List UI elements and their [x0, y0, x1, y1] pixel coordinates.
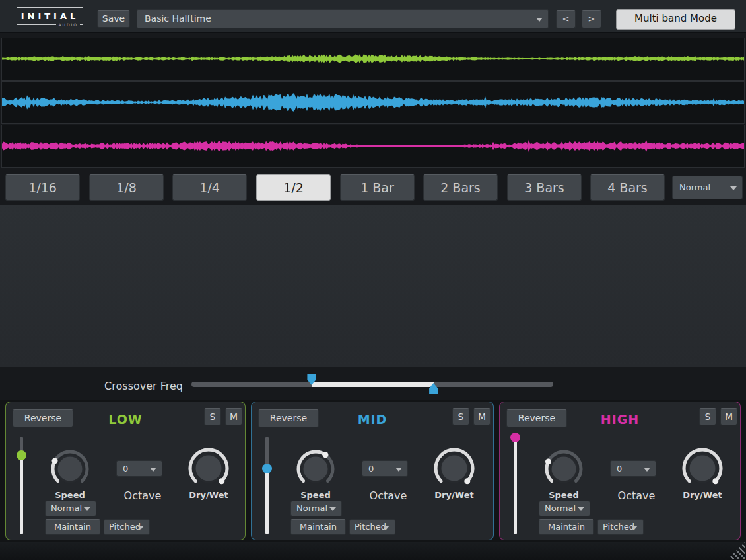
save-button[interactable]: Save	[97, 10, 130, 28]
rate-button-1-4[interactable]: 1/4	[172, 174, 247, 201]
chevron-down-icon	[383, 526, 390, 530]
band-mode-value: Normal	[51, 503, 82, 513]
octave-select[interactable]: 0	[610, 460, 656, 477]
band-panel-mid: Reverse MID S M Speed 0 Octave Dry/Wet N…	[251, 402, 494, 540]
speed-label: Speed	[30, 490, 110, 500]
band-mode-value: Normal	[545, 503, 576, 513]
resize-grip-icon[interactable]	[728, 542, 745, 559]
bottom-bar	[0, 542, 746, 560]
mute-button[interactable]: M	[473, 408, 491, 425]
chevron-down-icon	[631, 526, 638, 530]
pitch-mode-select[interactable]: Pitched	[597, 519, 644, 535]
initial-audio-logo: INITIAL AUDIO	[17, 7, 83, 25]
mute-button[interactable]: M	[225, 408, 242, 425]
speed-label: Speed	[276, 490, 355, 500]
band-panel-high: Reverse HIGH S M Speed 0 Octave Dry/Wet …	[499, 402, 741, 540]
solo-button[interactable]: S	[452, 408, 469, 425]
chevron-down-icon	[644, 468, 650, 472]
pitch-mode-value: Pitched	[109, 522, 141, 532]
band-level-slider[interactable]	[510, 435, 520, 536]
playback-mode-select[interactable]: Normal	[672, 176, 743, 199]
plugin-window: INITIAL AUDIO Save Basic Halftime < > Mu…	[0, 0, 746, 560]
band-dry-wet-label: Dry/Wet	[415, 490, 494, 500]
crossover-freq-label: Crossover Freq	[0, 380, 183, 392]
rate-button-2bars[interactable]: 2 Bars	[423, 174, 498, 201]
low-band-waveform	[1, 38, 745, 81]
band-dry-wet-knob[interactable]	[187, 446, 230, 490]
band-level-slider[interactable]	[261, 435, 272, 536]
octave-value: 0	[617, 464, 622, 473]
top-bar: INITIAL AUDIO Save Basic Halftime < > Mu…	[0, 0, 746, 33]
band-mode-select[interactable]: Normal	[45, 501, 96, 516]
band-panel-low: Reverse LOW S M Speed 0 Octave Dry/Wet N…	[5, 402, 246, 540]
chevron-down-icon	[578, 507, 584, 511]
band-dry-wet-label: Dry/Wet	[663, 490, 742, 500]
band-level-slider[interactable]	[16, 435, 26, 536]
high-band-waveform	[1, 125, 745, 168]
multi-band-mode-button[interactable]: Multi band Mode	[616, 9, 735, 30]
main-control-section: Smooth Blend Fast Fade In SlowMo 2 Fast …	[0, 205, 746, 368]
speed-knob[interactable]	[543, 448, 584, 489]
rate-button-4bars[interactable]: 4 Bars	[590, 174, 665, 201]
pitch-mode-value: Pitched	[603, 522, 634, 532]
rate-button-row: 1/16 1/8 1/4 1/2 1 Bar 2 Bars 3 Bars 4 B…	[0, 173, 746, 205]
rate-button-3bars[interactable]: 3 Bars	[507, 174, 582, 201]
maintain-button[interactable]: Maintain	[539, 519, 594, 535]
band-dry-wet-knob[interactable]	[432, 446, 476, 490]
preset-select[interactable]: Basic Halftime	[137, 9, 549, 28]
chevron-down-icon	[730, 186, 737, 190]
mute-button[interactable]: M	[720, 408, 737, 425]
band-mode-select[interactable]: Normal	[539, 501, 590, 516]
waveform-display	[0, 33, 746, 173]
speed-knob[interactable]	[295, 448, 336, 489]
band-dry-wet-label: Dry/Wet	[169, 490, 248, 500]
octave-value: 0	[123, 464, 128, 473]
logo-subtext: AUDIO	[56, 22, 80, 27]
previous-preset-button[interactable]: <	[556, 10, 576, 28]
band-mode-value: Normal	[296, 503, 327, 513]
chevron-down-icon	[329, 507, 336, 511]
maintain-button[interactable]: Maintain	[290, 519, 346, 535]
solo-button[interactable]: S	[204, 408, 221, 425]
band-mode-select[interactable]: Normal	[290, 501, 342, 516]
preset-name: Basic Halftime	[145, 13, 211, 24]
pitch-mode-select[interactable]: Pitched	[104, 519, 150, 535]
octave-select[interactable]: 0	[116, 460, 162, 477]
band-panels: Reverse LOW S M Speed 0 Octave Dry/Wet N…	[0, 400, 746, 542]
octave-select[interactable]: 0	[362, 460, 408, 477]
band-dry-wet-knob[interactable]	[681, 446, 724, 490]
chevron-down-icon	[137, 526, 144, 530]
crossover-selected-range	[312, 382, 434, 387]
maintain-button[interactable]: Maintain	[45, 519, 100, 535]
pitch-mode-select[interactable]: Pitched	[349, 519, 395, 535]
next-preset-button[interactable]: >	[582, 10, 601, 28]
rate-button-1bar[interactable]: 1 Bar	[340, 174, 415, 201]
rate-button-1-2[interactable]: 1/2	[256, 174, 331, 201]
pitch-mode-value: Pitched	[355, 522, 386, 532]
chevron-down-icon	[395, 468, 402, 472]
logo-text: INITIAL	[17, 11, 83, 21]
speed-knob[interactable]	[50, 448, 90, 489]
mid-band-waveform	[1, 81, 745, 124]
playback-mode-value: Normal	[679, 182, 710, 192]
chevron-down-icon	[536, 18, 543, 22]
octave-value: 0	[368, 464, 374, 473]
crossover-slider[interactable]	[191, 382, 553, 387]
chevron-down-icon	[150, 468, 156, 472]
speed-label: Speed	[524, 490, 603, 500]
solo-button[interactable]: S	[699, 408, 716, 425]
rate-button-1-16[interactable]: 1/16	[5, 174, 80, 201]
chevron-down-icon	[84, 507, 90, 511]
rate-button-1-8[interactable]: 1/8	[89, 174, 164, 201]
crossover-section: Crossover Freq	[0, 367, 746, 400]
